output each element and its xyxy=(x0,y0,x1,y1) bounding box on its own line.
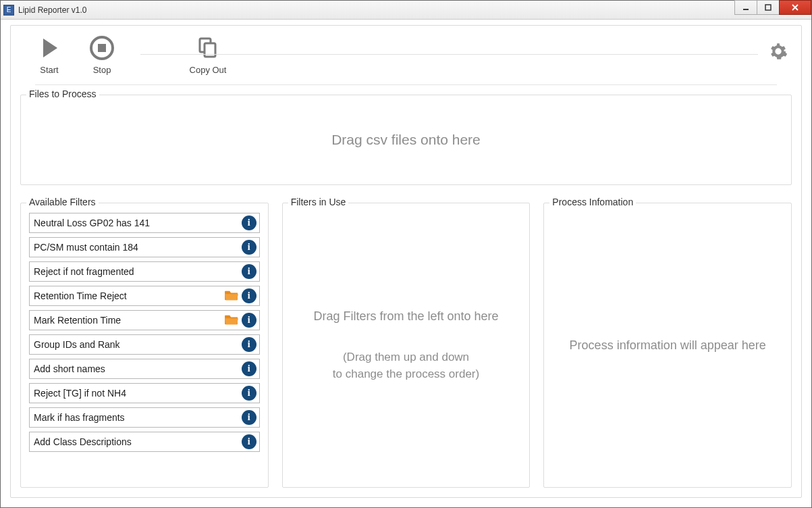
filter-label: Mark if has fragments xyxy=(34,412,242,423)
minimize-button[interactable] xyxy=(734,0,757,15)
info-icon[interactable]: i xyxy=(242,288,256,303)
stop-label: Stop xyxy=(93,65,111,75)
start-button[interactable]: Start xyxy=(26,32,73,75)
folder-icon[interactable] xyxy=(224,289,239,303)
maximize-button[interactable] xyxy=(757,0,780,15)
filter-item[interactable]: Mark Retention Timei xyxy=(29,310,260,330)
filter-icons: i xyxy=(242,240,256,255)
stop-icon xyxy=(86,32,117,63)
copy-icon xyxy=(192,32,223,63)
filter-item[interactable]: PC/SM must contain 184i xyxy=(29,237,260,257)
folder-icon[interactable] xyxy=(224,313,239,328)
process-info-panel: Process Infomation Process information w… xyxy=(543,203,792,488)
start-label: Start xyxy=(40,65,58,75)
process-info-legend: Process Infomation xyxy=(549,197,636,207)
filter-label: Retention Time Reject xyxy=(34,290,224,301)
window-controls xyxy=(735,0,811,15)
files-placeholder: Drag csv files onto here xyxy=(331,132,481,148)
toolbar: Start Stop xyxy=(20,32,792,79)
filters-in-use-legend: Filters in Use xyxy=(288,197,349,207)
info-icon[interactable]: i xyxy=(242,313,256,328)
filter-label: Neutral Loss GP02 has 141 xyxy=(34,218,242,228)
filters-in-use-panel[interactable]: Filters in Use Drag Filters from the lef… xyxy=(282,203,531,488)
info-icon[interactable]: i xyxy=(242,215,256,230)
available-filters-column: Available Filters Neutral Loss GP02 has … xyxy=(20,203,269,488)
svg-rect-3 xyxy=(98,44,106,52)
filter-item[interactable]: Group IDs and Ranki xyxy=(29,334,260,355)
columns: Available Filters Neutral Loss GP02 has … xyxy=(20,203,792,488)
inuse-placeholder-line1: Drag Filters from the left onto here xyxy=(313,307,498,325)
filter-label: Add short names xyxy=(34,363,242,374)
play-icon xyxy=(34,32,65,63)
info-icon[interactable]: i xyxy=(242,240,256,255)
inner-frame: Start Stop xyxy=(10,25,802,498)
filter-icons: i xyxy=(242,410,256,425)
process-info-column: Process Infomation Process information w… xyxy=(543,203,792,488)
client-area: Start Stop xyxy=(1,20,811,507)
filter-icons: i xyxy=(242,215,256,230)
filter-label: Add Class Descriptions xyxy=(34,436,242,447)
svg-rect-5 xyxy=(205,43,215,57)
filter-icons: i xyxy=(242,264,256,279)
toolbar-underline xyxy=(35,84,777,85)
files-drop-area[interactable]: Drag csv files onto here xyxy=(29,103,783,176)
info-icon[interactable]: i xyxy=(242,361,256,376)
filter-item[interactable]: Retention Time Rejecti xyxy=(29,286,260,306)
info-icon[interactable]: i xyxy=(242,410,256,425)
filter-icons: i xyxy=(242,361,256,376)
info-icon[interactable]: i xyxy=(242,264,256,279)
filter-item[interactable]: Add Class Descriptionsi xyxy=(29,432,260,452)
inuse-placeholder-line2: (Drag them up and down to change the pro… xyxy=(333,349,479,382)
info-icon[interactable]: i xyxy=(242,337,256,352)
app-window: E Lipid Reporter v1.0 Start xyxy=(0,0,812,508)
filter-item[interactable]: Add short namesi xyxy=(29,359,260,379)
gear-icon xyxy=(769,42,788,61)
filter-item[interactable]: Mark if has fragmentsi xyxy=(29,407,260,428)
available-filters-panel: Available Filters Neutral Loss GP02 has … xyxy=(20,203,269,488)
filters-in-use-column: Filters in Use Drag Filters from the lef… xyxy=(282,203,531,488)
svg-rect-1 xyxy=(765,5,771,10)
app-icon: E xyxy=(3,5,14,16)
filter-label: PC/SM must contain 184 xyxy=(34,242,242,253)
filters-in-use-placeholder: Drag Filters from the left onto here (Dr… xyxy=(291,211,522,479)
filter-icons: i xyxy=(224,288,256,303)
filter-label: Group IDs and Rank xyxy=(34,339,242,350)
info-icon[interactable]: i xyxy=(242,386,256,401)
filter-item[interactable]: Neutral Loss GP02 has 141i xyxy=(29,213,260,233)
settings-button[interactable] xyxy=(769,42,788,63)
info-icon[interactable]: i xyxy=(242,434,256,449)
filter-label: Reject [TG] if not NH4 xyxy=(34,388,242,399)
filter-item[interactable]: Reject if not fragmentedi xyxy=(29,261,260,282)
files-legend: Files to Process xyxy=(26,88,99,99)
close-button[interactable] xyxy=(779,0,811,15)
toolbar-divider xyxy=(140,54,758,55)
titlebar[interactable]: E Lipid Reporter v1.0 xyxy=(1,1,811,20)
filter-icons: i xyxy=(242,434,256,449)
copy-out-label: Copy Out xyxy=(190,65,227,75)
stop-button[interactable]: Stop xyxy=(78,32,126,75)
svg-rect-0 xyxy=(743,9,749,10)
filter-icons: i xyxy=(242,337,256,352)
window-title: Lipid Reporter v1.0 xyxy=(18,5,86,15)
available-filters-legend: Available Filters xyxy=(26,197,99,207)
filter-label: Reject if not fragmented xyxy=(34,266,242,277)
available-filter-list: Neutral Loss GP02 has 141iPC/SM must con… xyxy=(29,211,260,452)
process-info-placeholder: Process information will appear here xyxy=(552,211,783,479)
files-to-process-panel[interactable]: Files to Process Drag csv files onto her… xyxy=(20,95,792,185)
filter-item[interactable]: Reject [TG] if not NH4i xyxy=(29,383,260,403)
filter-label: Mark Retention Time xyxy=(34,315,224,326)
process-placeholder-text: Process information will appear here xyxy=(570,336,766,354)
filter-icons: i xyxy=(242,386,256,401)
filter-icons: i xyxy=(224,313,256,328)
